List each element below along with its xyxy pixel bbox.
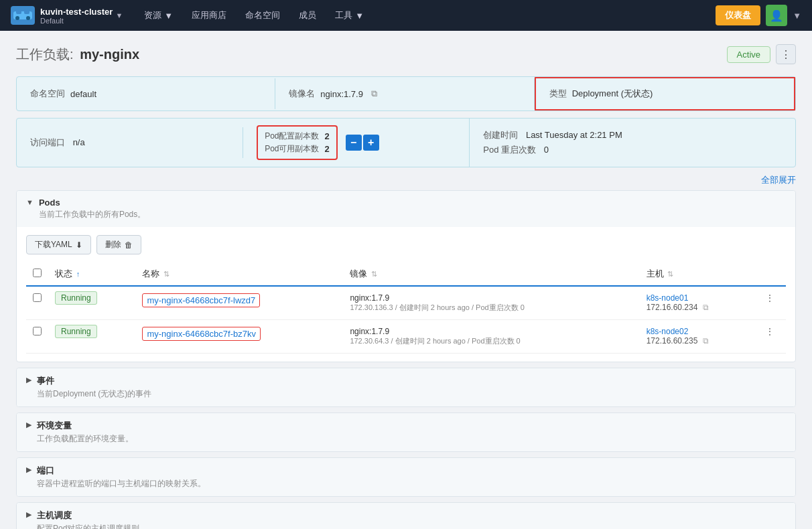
section-title-2: 端口 (37, 465, 206, 477)
pod-actions-1: ⋮ (759, 320, 786, 354)
page-content: 工作负载: my-nginx Active ⋮ 命名空间 default 镜像名… (0, 31, 812, 529)
name-sort-icon[interactable]: ⇅ (163, 270, 170, 278)
section-header-2[interactable]: ▶ 端口 容器中进程监听的端口与主机端口的映射关系。 (17, 458, 795, 496)
page-title: 工作负载: my-nginx (16, 46, 139, 64)
section-panel-1: ▶ 环境变量 工作负载配置的环境变量。 (16, 412, 796, 452)
delete-icon: 🗑 (125, 240, 133, 250)
pod-ip-copy-icon-1[interactable]: ⧉ (703, 336, 709, 346)
svg-rect-2 (24, 9, 29, 14)
pod-available-row: Pod可用副本数 2 (265, 143, 330, 155)
cluster-info: kuvin-test-cluster Default (40, 7, 113, 25)
delete-button[interactable]: 删除 🗑 (96, 235, 141, 254)
pod-status-0: Running (48, 286, 135, 320)
pod-host-link-1[interactable]: k8s-node02 (647, 327, 689, 336)
logo (11, 6, 35, 25)
section-subtitle-3: 配置Pod对应的主机调度规则。 (37, 523, 147, 529)
image-column-header: 镜像 ⇅ (343, 262, 639, 286)
pod-replicas-section-outer: Pod配置副本数 2 Pod可用副本数 2 − + (243, 119, 470, 167)
pod-ip-copy-icon-0[interactable]: ⧉ (703, 303, 709, 312)
pods-subtitle: 当前工作负载中的所有Pods。 (39, 209, 145, 220)
section-arrow-2: ▶ (26, 465, 31, 474)
more-button[interactable]: ⋮ (776, 44, 796, 64)
user-button[interactable]: 👤 (766, 5, 787, 26)
header-right: Active ⋮ (727, 44, 796, 64)
download-icon: ⬇ (76, 240, 82, 250)
section-subtitle-1: 工作负载配置的环境变量。 (37, 433, 133, 445)
pod-name-cell-1: my-nginx-64668cbc7f-bz7kv (135, 320, 343, 354)
nav-right: 仪表盘 👤 ▼ (716, 5, 801, 26)
section-arrow-0: ▶ (26, 376, 31, 384)
cluster-dropdown[interactable]: ▼ (115, 11, 123, 19)
section-header-0[interactable]: ▶ 事件 当前Deployment (无状态)的事件 (17, 368, 795, 406)
expand-all-link[interactable]: 全部展开 (16, 174, 796, 186)
section-subtitle-2: 容器中进程监听的端口与主机端口的映射关系。 (37, 478, 206, 489)
pod-more-button-1[interactable]: ⋮ (766, 327, 774, 336)
status-badge-0: Running (55, 291, 97, 305)
access-section: 访问端口 n/a (17, 127, 243, 158)
nav-namespace[interactable]: 命名空间 (237, 7, 288, 24)
download-yaml-button[interactable]: 下载YAML ⬇ (26, 235, 91, 254)
nav-appstore[interactable]: 应用商店 (184, 7, 234, 24)
section-panel-2: ▶ 端口 容器中进程监听的端口与主机端口的映射关系。 (16, 457, 796, 497)
row-checkbox-1 (26, 320, 48, 354)
topnav: kuvin-test-cluster Default ▼ 资源 ▼ 应用商店 命… (0, 0, 812, 31)
actions-column-header (759, 262, 786, 286)
created-section: 创建时间 Last Tuesday at 2:21 PM Pod 重启次数 0 (470, 123, 795, 163)
pods-section-header[interactable]: ▼ Pods 当前工作负载中的所有Pods。 (17, 191, 795, 227)
status-badge: Active (727, 46, 770, 63)
pod-name-link-1[interactable]: my-nginx-64668cbc7f-bz7kv (142, 327, 261, 341)
pod-name-cell-0: my-nginx-64668cbc7f-lwzd7 (135, 286, 343, 320)
section-header-1[interactable]: ▶ 环境变量 工作负载配置的环境变量。 (17, 413, 795, 451)
cluster-name: kuvin-test-cluster (40, 7, 113, 17)
pod-status-1: Running (48, 320, 135, 354)
section-panel-0: ▶ 事件 当前Deployment (无状态)的事件 (16, 368, 796, 407)
section-title-0: 事件 (37, 375, 151, 387)
pods-arrow-icon: ▼ (26, 198, 33, 206)
nav-resources[interactable]: 资源 ▼ (136, 7, 181, 24)
replica-buttons: − + (346, 135, 379, 151)
nav-members[interactable]: 成员 (291, 7, 324, 24)
image-sort-icon[interactable]: ⇅ (371, 270, 377, 278)
section-title-1: 环境变量 (37, 420, 133, 432)
pod-host-link-0[interactable]: k8s-node01 (647, 293, 689, 303)
cluster-env: Default (40, 17, 113, 25)
image-section: 镜像名 nginx:1.7.9 ⧉ (275, 78, 534, 109)
restart-count: Pod 重启次数 0 (483, 144, 782, 156)
pod-checkbox-0[interactable] (33, 293, 42, 302)
pods-title: Pods (39, 198, 145, 208)
select-all-checkbox[interactable] (33, 269, 42, 277)
pod-image-cell-1: nginx:1.7.9 172.30.64.3 / 创建时间 2 hours a… (343, 320, 639, 354)
namespace-section: 命名空间 default (17, 78, 275, 109)
pod-checkbox-1[interactable] (33, 327, 42, 335)
pod-config-row: Pod配置副本数 2 (265, 131, 330, 142)
pods-table: 状态 ↑ 名称 ⇅ 镜像 ⇅ 主机 ⇅ (26, 262, 786, 354)
dashboard-button[interactable]: 仪表盘 (716, 5, 760, 25)
copy-image-icon[interactable]: ⧉ (371, 88, 377, 99)
page-header: 工作负载: my-nginx Active ⋮ (16, 44, 796, 64)
svg-rect-1 (16, 9, 21, 14)
replica-minus-button[interactable]: − (346, 135, 362, 151)
section-subtitle-0: 当前Deployment (无状态)的事件 (37, 388, 151, 400)
user-dropdown[interactable]: ▼ (793, 11, 801, 21)
pod-replicas-box: Pod配置副本数 2 Pod可用副本数 2 (257, 125, 338, 160)
name-column-header: 名称 ⇅ (135, 262, 343, 286)
pod-name-link-0[interactable]: my-nginx-64668cbc7f-lwzd7 (142, 293, 260, 307)
nav-tools[interactable]: 工具 ▼ (327, 7, 372, 24)
pod-image-cell-0: nginx:1.7.9 172.30.136.3 / 创建时间 2 hours … (343, 286, 639, 320)
checkbox-all-header (26, 262, 48, 286)
pod-host-cell-1: k8s-node02 172.16.60.235 ⧉ (640, 320, 759, 354)
host-sort-icon[interactable]: ⇅ (667, 270, 673, 278)
pod-actions-0: ⋮ (759, 286, 786, 320)
replica-plus-button[interactable]: + (363, 135, 379, 151)
info-card-1: 命名空间 default 镜像名 nginx:1.7.9 ⧉ 类型 Deploy… (16, 76, 796, 111)
logo-icon (11, 6, 35, 25)
created-time: 创建时间 Last Tuesday at 2:21 PM (483, 129, 782, 141)
table-row: Running my-nginx-64668cbc7f-bz7kv nginx:… (26, 320, 786, 354)
section-panel-3: ▶ 主机调度 配置Pod对应的主机调度规则。 (16, 502, 796, 529)
section-title-3: 主机调度 (37, 510, 147, 522)
status-sort-icon[interactable]: ↑ (76, 270, 80, 278)
pod-more-button-0[interactable]: ⋮ (766, 293, 774, 303)
status-column-header: 状态 ↑ (48, 262, 135, 286)
svg-point-3 (15, 16, 19, 20)
section-header-3[interactable]: ▶ 主机调度 配置Pod对应的主机调度规则。 (17, 503, 795, 529)
